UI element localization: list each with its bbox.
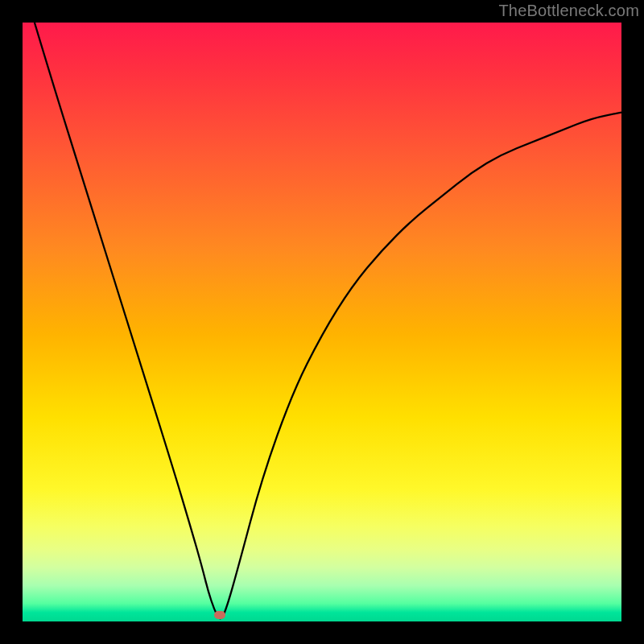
plot-area xyxy=(23,23,621,621)
minimum-marker xyxy=(214,611,225,619)
watermark-text: TheBottleneck.com xyxy=(498,2,639,20)
chart-frame: TheBottleneck.com xyxy=(0,0,644,644)
bottleneck-curve xyxy=(23,23,621,621)
